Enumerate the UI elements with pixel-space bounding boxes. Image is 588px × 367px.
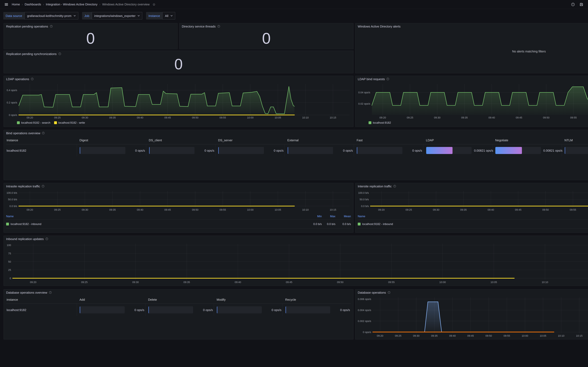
plot-area[interactable]: 09:2009:2509:3009:3509:4009:4509:5009:55… <box>357 296 588 338</box>
panel-database-operations: Database operations 09:2009:2509:3009:35… <box>355 289 588 340</box>
column-header[interactable]: Recycle <box>282 298 351 301</box>
legend-header-name[interactable]: Name <box>6 215 308 218</box>
info-icon[interactable] <box>388 291 390 294</box>
favorite-star-icon[interactable]: ☆ <box>152 2 156 7</box>
legend-header-name[interactable]: Name <box>358 215 588 218</box>
variable-label[interactable]: Instance <box>146 12 162 19</box>
column-header-instance[interactable]: instance <box>6 298 77 301</box>
svg-text:25: 25 <box>8 268 11 271</box>
info-icon[interactable] <box>45 237 48 240</box>
column-header[interactable]: DS_client <box>146 138 215 142</box>
gauge-value: 0 ops/s <box>128 149 146 152</box>
variable-label[interactable]: Job <box>82 12 92 19</box>
legend-header-max[interactable]: Max <box>322 215 336 218</box>
legend-header-mean[interactable]: Mean <box>336 215 351 218</box>
svg-text:0.0 b/s: 0.0 b/s <box>361 205 369 208</box>
instance-cell: localhost:9182 <box>6 308 77 312</box>
info-icon[interactable] <box>386 78 389 80</box>
insights-info-icon[interactable] <box>570 1 576 8</box>
legend-header-min[interactable]: Min <box>308 215 322 218</box>
info-icon[interactable] <box>58 52 61 55</box>
legend-item[interactable]: localhost:9182 - write <box>54 121 85 124</box>
plot-area[interactable]: 09:2009:2509:3009:3509:4009:4509:5009:55… <box>357 189 588 212</box>
column-header[interactable]: External <box>285 138 354 142</box>
column-header[interactable]: Delete <box>145 298 214 301</box>
svg-text:09:50: 09:50 <box>486 334 492 337</box>
svg-text:10:10: 10:10 <box>302 116 309 119</box>
column-header[interactable]: Add <box>77 298 145 301</box>
column-header[interactable]: Negotiate <box>492 138 562 142</box>
legend-item[interactable]: localhost:9182 - search <box>17 121 50 124</box>
plot-area[interactable]: 09:2009:2509:3009:3509:4009:4509:5009:55… <box>357 82 588 120</box>
gauge-cell: 0 ops/s <box>215 144 285 157</box>
chart-legend: NameMinMaxMeanlocalhost:9182 - inbound0.… <box>358 213 588 231</box>
series-color-swatch <box>369 121 371 124</box>
variable-label[interactable]: Data source <box>3 12 25 19</box>
svg-text:09:25: 09:25 <box>54 208 60 211</box>
plot-area[interactable]: 09:2009:2509:3009:3509:4009:4509:5009:55… <box>6 242 588 284</box>
svg-text:09:30: 09:30 <box>82 116 88 119</box>
panel-header[interactable]: LDAP operations <box>4 76 353 82</box>
gauge-value: 0 ops/s <box>195 308 214 312</box>
column-header[interactable]: Digest <box>77 138 146 142</box>
panel-header[interactable]: Intrasite replication traffic <box>4 183 353 189</box>
svg-text:09:45: 09:45 <box>515 208 521 211</box>
stat-value: 0 <box>4 29 177 48</box>
breadcrumb-home[interactable]: Home <box>12 3 20 6</box>
dashboard-controls: Data source grafanacloud-keithschmitty-p… <box>0 9 588 23</box>
gauge-track <box>426 147 472 154</box>
panel-header[interactable]: Windows Active Directory alerts <box>355 23 588 29</box>
top-nav: Home › Dashboards › Integration - Window… <box>0 0 588 9</box>
timeseries-chart: 09:2009:2509:3009:3509:4009:4509:5009:55… <box>6 189 351 231</box>
column-header[interactable]: Fast <box>354 138 423 142</box>
panel-header[interactable]: Directory service threads <box>179 23 353 29</box>
job-dropdown[interactable]: integrations/windows_exporter <box>92 12 142 19</box>
info-icon[interactable] <box>42 185 45 188</box>
column-header[interactable]: LDAP <box>423 138 492 142</box>
panel-replication-pending-operations: Replication pending operations 0 <box>4 23 177 49</box>
svg-text:09:35: 09:35 <box>431 334 437 337</box>
svg-text:100: 100 <box>7 244 11 247</box>
panel-header[interactable]: Replication pending operations <box>4 23 177 29</box>
column-header[interactable]: DS_server <box>215 138 285 142</box>
mega-menu-icon[interactable] <box>3 1 9 8</box>
settings-gear-icon[interactable] <box>587 1 588 8</box>
svg-text:50: 50 <box>8 260 11 263</box>
panel-header[interactable]: LDAP bind requests <box>355 76 588 82</box>
gauge-value: 0 ops/s <box>197 149 215 152</box>
instance-dropdown[interactable]: All <box>162 12 175 19</box>
svg-text:09:55: 09:55 <box>570 116 577 119</box>
legend-item[interactable]: localhost:9182 <box>369 121 391 124</box>
panel-header[interactable]: Intersite replication traffic <box>355 183 588 189</box>
breadcrumb-folder[interactable]: Integration - Windows Active Directory <box>46 3 98 6</box>
info-icon[interactable] <box>217 25 220 28</box>
info-icon[interactable] <box>49 291 52 294</box>
legend-header: NameMinMaxMean <box>6 213 351 219</box>
legend-item[interactable]: localhost:9182 - inbound <box>6 222 308 225</box>
data-source-dropdown[interactable]: grafanacloud-keithschmitty-prom <box>25 12 78 19</box>
breadcrumb-dashboards[interactable]: Dashboards <box>25 3 41 6</box>
info-icon[interactable] <box>393 185 396 188</box>
svg-text:09:30: 09:30 <box>413 334 420 337</box>
panel-header[interactable]: Bind operations overview <box>4 130 588 136</box>
column-header[interactable]: NTLM <box>562 138 588 142</box>
info-icon[interactable] <box>31 78 34 80</box>
svg-text:10:05: 10:05 <box>540 334 546 337</box>
legend-item[interactable]: localhost:9182 - inbound <box>358 222 588 225</box>
column-header[interactable]: Modify <box>214 298 282 301</box>
panel-header[interactable]: Database operations <box>355 289 588 296</box>
svg-text:09:20: 09:20 <box>378 208 385 211</box>
plot-area[interactable]: 09:2009:2509:3009:3509:4009:4509:5009:55… <box>6 82 351 120</box>
save-dashboard-icon[interactable] <box>578 1 584 8</box>
svg-text:50.0 b/s: 50.0 b/s <box>8 198 17 201</box>
panel-header[interactable]: Database operations overview <box>4 289 353 296</box>
gauge-value: 0 ops/s <box>336 149 354 152</box>
plot-area[interactable]: 09:2009:2509:3009:3509:4009:4509:5009:55… <box>6 189 351 212</box>
series-color-swatch <box>17 121 20 124</box>
panel-header[interactable]: Inbound replication updates <box>4 236 588 242</box>
info-icon[interactable] <box>42 132 45 134</box>
svg-text:10:00: 10:00 <box>247 116 253 119</box>
panel-intersite-replication-traffic: Intersite replication traffic 09:2009:25… <box>355 183 588 233</box>
info-icon[interactable] <box>50 25 53 28</box>
column-header-instance[interactable]: Instance <box>6 138 77 142</box>
